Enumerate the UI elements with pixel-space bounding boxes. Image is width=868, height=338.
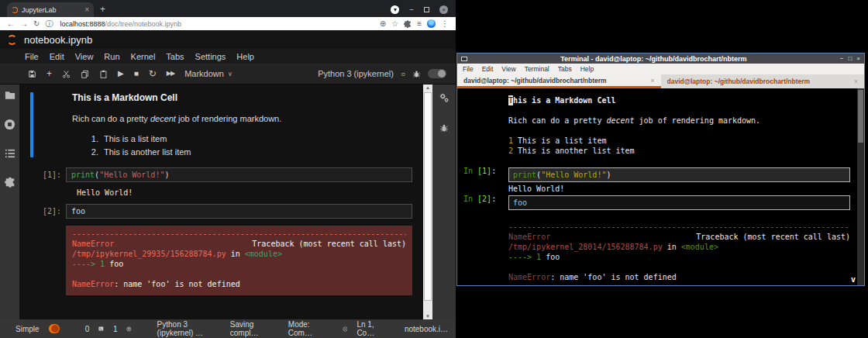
term-menu-edit[interactable]: Edit xyxy=(482,65,494,73)
menu-item-run[interactable]: Run xyxy=(98,52,125,61)
code-cell-2[interactable]: [2]: foo xyxy=(30,204,412,219)
term-menu-view[interactable]: View xyxy=(501,65,515,73)
menu-item-view[interactable]: View xyxy=(70,52,99,61)
notebook-scrollbar[interactable]: ▲ ▼ xyxy=(423,84,432,319)
tab-close-icon[interactable]: × xyxy=(651,77,655,84)
forward-button[interactable]: → xyxy=(20,19,28,28)
browser-window: JupyterLab × + − × ← → ↻ ⓘ localhost:888… xyxy=(0,0,456,338)
mode-indicator[interactable]: Mode: Com… xyxy=(288,320,317,337)
browser-window-controls: − × xyxy=(391,5,456,17)
menu-item-help[interactable]: Help xyxy=(231,52,260,61)
code-cell-1[interactable]: [1]: print("Hello World!") xyxy=(30,167,412,182)
menu-item-tabs[interactable]: Tabs xyxy=(160,52,189,61)
nbterm-traceback-frame: ----> 1 foo xyxy=(463,252,850,262)
kernels-count[interactable]: 1 xyxy=(113,325,118,333)
notebook-toolbar: + ▶ ■ ↻ ▶▶ Markdown ∨ Python 3 (ipykerne… xyxy=(0,64,456,84)
terminal-tab-1[interactable]: david@laptop: ~/github/davidbrochart/nbt… xyxy=(457,74,661,88)
nbterm-traceback-location: /tmp/ipykernel_28014/156288784.py in <mo… xyxy=(463,242,850,252)
chevron-down-icon: ∨ xyxy=(228,71,232,78)
bug-icon[interactable] xyxy=(412,70,421,78)
kernel-name[interactable]: Python 3 (ipykernel) xyxy=(318,69,394,78)
filename-status[interactable]: notebook.i… xyxy=(405,325,448,333)
saving-status[interactable]: Saving compl… xyxy=(230,320,263,337)
traceback-header: NameErrorTraceback (most recent call las… xyxy=(72,239,406,249)
menu-item-edit[interactable]: Edit xyxy=(44,52,70,61)
menu-item-settings[interactable]: Settings xyxy=(190,52,232,61)
sidebar-item-files folder-icon[interactable] xyxy=(5,91,16,100)
simple-mode-toggle[interactable] xyxy=(49,324,60,333)
markdown-cell[interactable]: This is a Markdown Cell Rich can do a pr… xyxy=(30,91,423,160)
save-button floppy-icon[interactable] xyxy=(28,70,36,78)
scrollbar-thumb[interactable] xyxy=(858,90,863,143)
term-menu-terminal[interactable]: Terminal xyxy=(525,65,549,73)
site-info-icon[interactable]: ⓘ xyxy=(45,19,53,29)
run-button play-icon[interactable]: ▶ xyxy=(118,70,124,78)
restart-kernel-button refresh-icon[interactable]: ↻ xyxy=(149,70,157,78)
code-input[interactable]: foo xyxy=(66,204,412,219)
copy-button copy-icon[interactable] xyxy=(81,70,89,78)
browser-tab[interactable]: JupyterLab × xyxy=(7,2,94,17)
scrollbar-thumb[interactable] xyxy=(424,92,432,301)
scroll-up-icon[interactable]: ▲ xyxy=(423,85,432,90)
add-cell-button[interactable]: + xyxy=(46,70,52,78)
back-button[interactable]: ← xyxy=(7,19,15,28)
tab-close-icon[interactable]: × xyxy=(854,78,858,85)
scroll-down-icon[interactable]: ▼ xyxy=(423,314,432,319)
terminal-close-button[interactable]: × xyxy=(856,55,860,62)
term-menu-file[interactable]: File xyxy=(463,65,474,73)
term-menu-help[interactable]: Help xyxy=(580,65,594,73)
terminal-tab-label: david@laptop: ~/github/davidbrochart/nbt… xyxy=(463,77,651,84)
menu-item-kernel[interactable]: Kernel xyxy=(126,52,161,61)
url-host: localhost:8888 xyxy=(60,20,105,28)
browser-indicator-icon[interactable] xyxy=(391,5,399,14)
paste-button clipboard-icon[interactable] xyxy=(99,70,108,78)
notebook-panel[interactable]: This is a Markdown Cell Rich can do a pr… xyxy=(19,84,423,319)
minimize-button[interactable]: − xyxy=(409,7,414,13)
cursor-position[interactable]: Ln 1, Co… xyxy=(356,320,379,337)
menu-item-file[interactable]: File xyxy=(19,52,44,61)
nbterm-error-message: NameError: name 'foo' is not defined xyxy=(463,272,850,282)
cut-button scissors-icon[interactable] xyxy=(62,70,71,78)
kernel-status-text[interactable]: Python 3 (ipykernel) … xyxy=(157,320,205,337)
terminal-minimize-button[interactable]: − xyxy=(840,55,844,62)
terminal-scrollbar[interactable] xyxy=(857,88,864,285)
extensions-puzzle-icon[interactable] xyxy=(404,20,412,28)
kebab-menu-icon[interactable]: ⋮ xyxy=(441,19,449,28)
nbterm-code-input[interactable]: foo xyxy=(508,195,850,210)
traceback-location: /tmp/ipykernel_29935/156288784.py in <mo… xyxy=(72,249,406,259)
terminal-maximize-button[interactable]: □ xyxy=(848,55,852,62)
sidebar-item-running running-icon[interactable] xyxy=(4,119,16,130)
bookmark-star-icon[interactable]: ☆ xyxy=(391,19,398,28)
new-tab-button[interactable]: + xyxy=(100,4,105,15)
terminal-tab-2[interactable]: david@laptop: ~/github/davidbrochart/nbt… xyxy=(661,74,865,88)
restart-run-all-button fast-forward-icon[interactable]: ▶▶ xyxy=(167,70,174,78)
nbterm-code-cell-1[interactable]: In [1]: print("Hello World!") xyxy=(463,166,850,184)
execution-prompt: [2]: xyxy=(30,204,61,216)
reader-mode-icon[interactable]: ≡ xyxy=(417,19,422,28)
terminal-titlebar[interactable]: Terminal - david@laptop: ~/github/davidb… xyxy=(457,53,864,64)
profile-avatar[interactable] xyxy=(427,19,436,28)
url-text[interactable]: localhost:8888/doc/tree/notebook.ipynb xyxy=(60,20,374,28)
cell-type-dropdown[interactable]: Markdown ∨ xyxy=(184,69,232,78)
reload-button[interactable]: ↻ xyxy=(33,19,40,28)
terminal-title: Terminal - david@laptop: ~/github/davidb… xyxy=(467,55,840,63)
stop-button stop-icon[interactable]: ■ xyxy=(134,70,139,78)
tab-close-icon[interactable]: × xyxy=(84,5,89,14)
maximize-button[interactable] xyxy=(424,7,429,12)
nbterm-code-input[interactable]: print("Hello World!") xyxy=(508,167,850,182)
sidebar-item-debugger bug-icon[interactable] xyxy=(439,123,449,133)
code-input[interactable]: print("Hello World!") xyxy=(66,167,412,182)
toolbar-toggle[interactable] xyxy=(428,69,446,78)
url-path: /doc/tree/notebook.ipynb xyxy=(105,20,181,28)
term-menu-tabs[interactable]: Tabs xyxy=(558,65,572,73)
terminals-count[interactable]: 0 xyxy=(85,325,90,333)
sidebar-item-toc list-icon[interactable] xyxy=(5,149,16,158)
sidebar-item-inspector gears-icon[interactable] xyxy=(439,92,450,103)
nbterm-code-cell-2[interactable]: In [2]: foo xyxy=(463,194,850,212)
notifications-icon[interactable] xyxy=(343,325,348,333)
sidebar-item-extensions puzzle-icon[interactable] xyxy=(5,177,16,188)
jupyterlab-header: notebook.ipynb xyxy=(0,30,456,49)
nbterm-content[interactable]: This is a Markdown Cell Rich can do a pr… xyxy=(457,88,864,285)
close-button[interactable]: × xyxy=(439,5,448,14)
zoom-icon[interactable]: ⊕ xyxy=(380,19,386,28)
